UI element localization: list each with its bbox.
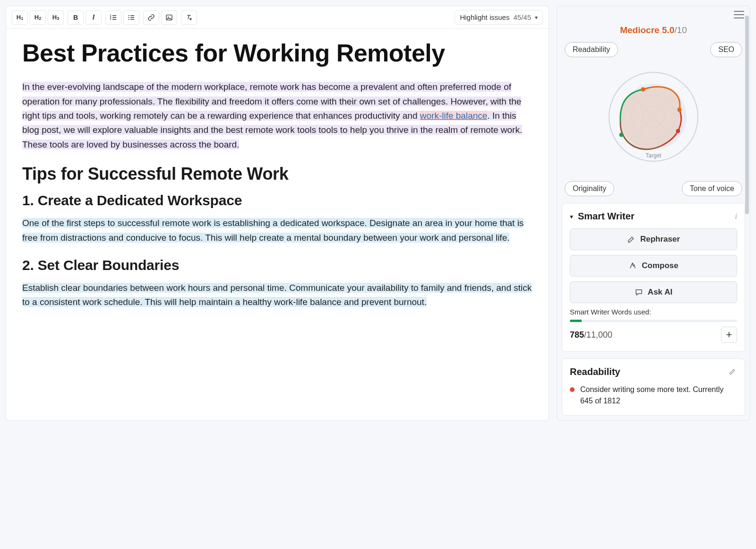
- svg-point-16: [676, 129, 680, 133]
- scrollbar[interactable]: [745, 11, 749, 416]
- menu-icon[interactable]: [734, 11, 744, 18]
- add-words-button[interactable]: +: [721, 327, 737, 343]
- svg-point-17: [619, 133, 624, 137]
- intro-paragraph[interactable]: In the ever-evolving landscape of the mo…: [22, 80, 533, 152]
- unordered-list-icon: [128, 14, 135, 21]
- svg-text:3: 3: [110, 18, 112, 20]
- compose-icon: [628, 261, 637, 270]
- bold-button[interactable]: B: [68, 10, 84, 25]
- italic-button[interactable]: I: [86, 10, 102, 25]
- image-icon: [165, 14, 173, 21]
- svg-point-14: [641, 87, 645, 92]
- image-button[interactable]: [161, 10, 177, 25]
- clear-format-button[interactable]: [181, 10, 197, 25]
- svg-point-4: [129, 17, 129, 17]
- paragraph-workspace[interactable]: One of the first steps to successful rem…: [22, 216, 533, 245]
- words-used-label: Smart Writer Words used:: [570, 308, 737, 316]
- pill-seo[interactable]: SEO: [710, 42, 742, 57]
- clear-format-icon: [185, 14, 193, 21]
- radar-target-label: Target: [645, 152, 662, 159]
- chevron-down-icon: ▾: [535, 14, 538, 21]
- svg-point-15: [678, 108, 682, 112]
- unordered-list-button[interactable]: [123, 10, 139, 25]
- quality-score: Mediocre 5.0/10: [562, 25, 745, 35]
- error-dot-icon: [570, 387, 575, 392]
- editor-panel: H1 H2 H3 B I 123: [6, 6, 549, 421]
- link-icon: [147, 14, 155, 21]
- pill-tone[interactable]: Tone of voice: [682, 181, 742, 196]
- svg-point-5: [129, 18, 129, 19]
- heading3-button[interactable]: H3: [48, 10, 64, 25]
- radar-chart: Target: [562, 64, 745, 174]
- work-life-balance-link[interactable]: work-life balance: [420, 111, 488, 121]
- h3-boundaries[interactable]: 2. Set Clear Boundaries: [22, 257, 533, 273]
- readability-issue[interactable]: Consider writing some more text. Current…: [570, 384, 737, 407]
- document-title[interactable]: Best Practices for Working Remotely: [22, 39, 533, 67]
- svg-point-3: [129, 15, 129, 16]
- smart-writer-title: Smart Writer: [578, 211, 730, 222]
- chat-icon: [635, 288, 643, 296]
- rephraser-button[interactable]: Rephraser: [570, 228, 737, 250]
- heading1-button[interactable]: H1: [12, 10, 28, 25]
- rephraser-icon: [627, 235, 636, 244]
- edit-icon[interactable]: [729, 367, 737, 377]
- words-used-count: 785/11,000: [570, 330, 612, 340]
- pill-originality[interactable]: Originality: [565, 181, 614, 196]
- readability-title: Readability: [570, 366, 620, 377]
- paragraph-boundaries[interactable]: Establish clear boundaries between work …: [22, 281, 533, 310]
- pill-readability[interactable]: Readability: [565, 42, 618, 57]
- readability-card: Readability Consider writing some more t…: [562, 358, 745, 416]
- info-icon[interactable]: i: [735, 212, 737, 221]
- h3-workspace[interactable]: 1. Create a Dedicated Workspace: [22, 192, 533, 209]
- highlight-count: 45/45: [513, 13, 531, 21]
- h2-tips[interactable]: Tips for Successful Remote Work: [22, 164, 533, 184]
- smart-writer-card: ▾ Smart Writer i Rephraser Compose Ask A…: [562, 203, 745, 352]
- highlight-label: Highlight issues: [460, 13, 509, 21]
- collapse-icon[interactable]: ▾: [570, 213, 573, 220]
- words-used-bar: [570, 320, 737, 322]
- ask-ai-button[interactable]: Ask AI: [570, 281, 737, 303]
- ordered-list-button[interactable]: 123: [105, 10, 121, 25]
- compose-button[interactable]: Compose: [570, 255, 737, 277]
- highlight-issues-toggle[interactable]: Highlight issues 45/45 ▾: [455, 10, 543, 25]
- toolbar: H1 H2 H3 B I 123: [6, 6, 549, 29]
- link-button[interactable]: [143, 10, 159, 25]
- ordered-list-icon: 123: [110, 14, 117, 21]
- heading2-button[interactable]: H2: [30, 10, 46, 25]
- editor-content[interactable]: Best Practices for Working Remotely In t…: [6, 29, 549, 341]
- svg-point-7: [168, 16, 169, 17]
- side-panel: Mediocre 5.0/10 Readability SEO: [557, 6, 750, 421]
